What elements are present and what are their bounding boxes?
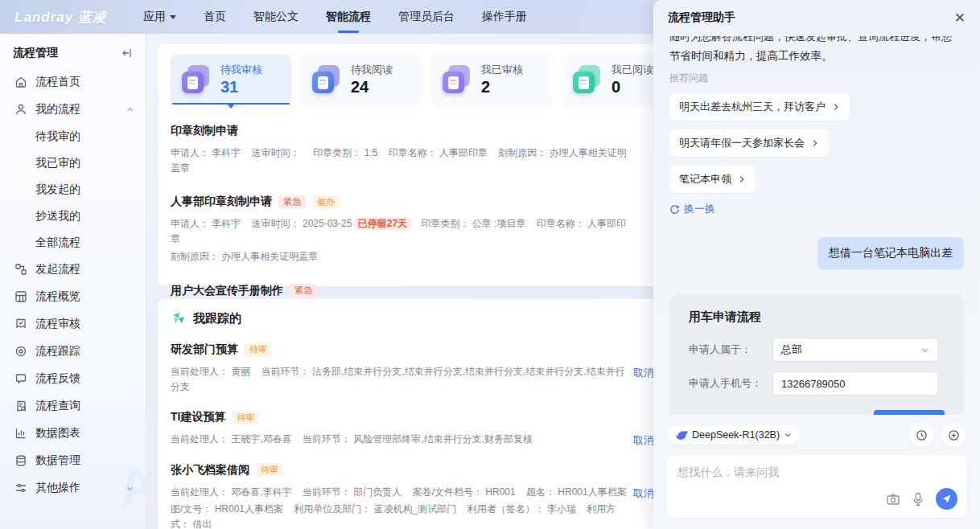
send-button[interactable] [936, 488, 957, 510]
target-icon [14, 345, 27, 358]
stat-value: 31 [220, 78, 262, 96]
database-icon [14, 454, 27, 467]
nav-item-admin[interactable]: 管理员后台 [398, 10, 455, 24]
suggestion-chip[interactable]: 笔记本申领 [669, 166, 756, 193]
task-title[interactable]: 人事部印章刻制申请 [171, 195, 272, 209]
chevron-right-icon [738, 175, 746, 183]
tracked-item-title[interactable]: 张小飞档案借阅 [171, 463, 249, 478]
stat-value: 0 [611, 78, 653, 96]
model-selector[interactable]: DeepSeek-R1(32B) [668, 425, 800, 445]
pending-badge: 待审 [245, 342, 272, 356]
close-icon[interactable]: ✕ [954, 11, 966, 25]
audit-icon [14, 318, 27, 330]
pinwheel-icon [171, 310, 187, 326]
stat-card-pending-read[interactable]: 待我阅读 24 [301, 55, 422, 105]
sidebar: 流程管理 流程首页 我的流程 待我审的 我已审的 我发起的 抄送我的 全部流程 … [0, 34, 146, 529]
history-button[interactable] [909, 423, 933, 447]
stat-value: 2 [481, 78, 523, 96]
chevron-down-icon [784, 431, 792, 439]
task-title[interactable]: 印章刻制申请 [171, 124, 238, 138]
sidebar-sub-all[interactable]: 全部流程 [0, 229, 146, 256]
sidebar-item-label: 流程查询 [35, 399, 80, 413]
nav-item-smart-flow[interactable]: 智能流程 [326, 10, 371, 24]
nav-item-home[interactable]: 首页 [204, 10, 226, 24]
sidebar-item-label: 数据图表 [35, 426, 80, 441]
suggestion-chip[interactable]: 明天请年假一天参加家长会 [669, 129, 829, 157]
field-label: 申请人手机号： [689, 376, 772, 391]
tracked-meta: 图/文号： HR001人事档案 利用单位及部门： 蓝凌机构_测试部门 利用者（签… [171, 502, 628, 529]
suggestion-chip[interactable]: 明天出差去杭州三天，拜访客户 [669, 93, 850, 121]
tracked-title: 我跟踪的 [193, 311, 241, 326]
nav-app-menu[interactable]: 应用 [143, 10, 176, 24]
tracked-meta: 当前处理人： 黄丽 当前环节： 法务部,结束并行分支,结束并行分支,结束并行分支… [171, 364, 628, 394]
nav-item-manual[interactable]: 操作手册 [482, 10, 527, 24]
sidebar-item-flow-overview[interactable]: 流程概览 [0, 283, 146, 310]
sidebar-item-flow-query[interactable]: 流程查询 [0, 392, 146, 420]
sidebar-item-flow-audit[interactable]: 流程审核 [0, 310, 146, 338]
sidebar-item-flow-home[interactable]: 流程首页 [0, 68, 146, 96]
sidebar-item-label: 流程概览 [35, 289, 80, 304]
refresh-label: 换一换 [684, 202, 715, 216]
chat-input[interactable] [677, 465, 956, 478]
sliders-icon [14, 482, 27, 494]
task-title[interactable]: 用户大会宣传手册制作 [171, 284, 283, 298]
urgent-badge: 紧急 [290, 284, 317, 297]
phone-field[interactable] [781, 378, 929, 390]
chevron-right-icon [811, 139, 819, 147]
new-chat-button[interactable] [941, 423, 966, 447]
nav-app-label: 应用 [143, 10, 166, 24]
model-name: DeepSeek-R1(32B) [692, 429, 780, 441]
tracked-item-title[interactable]: TI建设预算 [171, 410, 225, 424]
enter-form-button[interactable]: 进入表单 [874, 410, 945, 415]
doc-read-icon [312, 65, 341, 94]
stat-card-reviewed[interactable]: 我已审核 2 [431, 55, 552, 105]
stat-label: 我已审核 [481, 63, 523, 77]
microphone-icon[interactable] [912, 492, 924, 506]
urgent-badge: 紧急 [278, 195, 306, 209]
doc-edit-icon [182, 65, 211, 94]
sidebar-item-flow-track[interactable]: 流程跟踪 [0, 338, 146, 365]
sidebar-item-label: 流程跟踪 [35, 344, 80, 359]
intro-text: 节省时间和精力，提高工作效率。 [669, 47, 964, 65]
sidebar-item-data-charts[interactable]: 数据图表 [0, 420, 146, 447]
caret-down-icon [170, 15, 176, 23]
flow-form-card: 用车申请流程 申请人属于： 总部 申请人手机号： 进入表单 [669, 293, 964, 415]
landray-logo: Landray 蓝凌 [14, 8, 143, 27]
home-icon [14, 76, 27, 88]
sidebar-item-flow-feedback[interactable]: 流程反馈 [0, 365, 146, 392]
phone-field-wrap [772, 371, 938, 396]
task-meta: 申请人： 李科宇 送审时间： 2025-03-25 已停留27天 印章类别： 公… [171, 216, 628, 246]
workflow-icon [14, 263, 27, 276]
clipped-intro-line: 随时为您解答流程问题，快速发起审批、查询流程进度，帮您 [669, 36, 964, 45]
suggestion-text: 明天出差去杭州三天，拜访客户 [679, 100, 826, 114]
refresh-suggestions-button[interactable]: 换一换 [669, 202, 715, 216]
camera-icon[interactable] [886, 492, 900, 506]
form-title: 用车申请流程 [689, 310, 945, 325]
remind-badge: 催办 [312, 195, 340, 209]
sidebar-item-my-flows[interactable]: 我的流程 [0, 96, 146, 123]
app-window: Landray 蓝凌 应用 首页 智能公文 智能流程 管理员后台 操作手册 流程… [0, 0, 980, 529]
sidebar-sub-initiated[interactable]: 我发起的 [0, 176, 146, 203]
stat-card-pending-review[interactable]: 待我审核 31 [171, 55, 291, 105]
nav-item-smart-doc[interactable]: 智能公文 [253, 10, 299, 24]
tracked-item-title[interactable]: 研发部门预算 [171, 342, 238, 357]
suggestion-text: 明天请年假一天参加家长会 [679, 136, 805, 150]
sidebar-item-label: 流程审核 [35, 317, 80, 331]
chat-area: 随时为您解答流程问题，快速发起审批、查询流程进度，帮您 节省时间和精力，提高工作… [653, 31, 980, 415]
sidebar-item-other-ops[interactable]: 其他操作 [0, 474, 146, 502]
stay-days-badge: 已停留27天 [355, 217, 410, 230]
doc-done-icon [443, 65, 471, 94]
stat-label: 待我审核 [220, 63, 262, 77]
sidebar-title: 流程管理 [13, 46, 58, 60]
sidebar-sub-reviewed[interactable]: 我已审的 [0, 150, 146, 176]
chart-icon [14, 427, 27, 440]
collapse-sidebar-icon[interactable] [120, 47, 133, 59]
chevron-up-icon [126, 105, 134, 114]
select-value: 总部 [781, 342, 802, 357]
sidebar-sub-pending-review[interactable]: 待我审的 [0, 123, 146, 150]
applicant-org-select[interactable]: 总部 [772, 338, 938, 362]
sidebar-item-start-flow[interactable]: 发起流程 [0, 256, 146, 283]
sidebar-sub-cc[interactable]: 抄送我的 [0, 203, 146, 229]
sidebar-item-data-manage[interactable]: 数据管理 [0, 447, 146, 474]
intro-text: 随时为您解答流程问题，快速发起审批、查询流程进度，帮您 [669, 36, 964, 44]
